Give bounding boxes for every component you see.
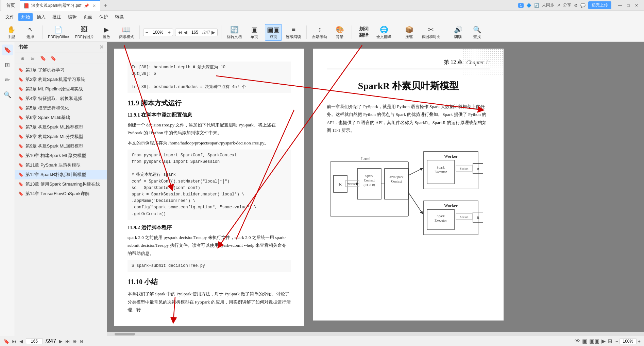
tab-add-button[interactable]: + <box>100 1 110 10</box>
tab-pin-icon[interactable]: 📌 <box>83 3 90 8</box>
close-button[interactable]: ✕ <box>633 2 640 9</box>
svg-line-16 <box>408 192 422 213</box>
menu-insert[interactable]: 插入 <box>34 13 48 21</box>
play-button[interactable]: ▶ 播放 <box>98 24 115 40</box>
bookmark-item-ch12[interactable]: 🔖 第12章 SparkR朴素贝叶斯模型 <box>15 170 107 179</box>
status-last-page-button[interactable]: ⏭ <box>65 339 70 344</box>
bookmark-item-ch9[interactable]: 🔖 第9章 构建Spark ML回归模型 <box>15 141 107 151</box>
hand-icon: ✋ <box>6 25 16 34</box>
auto-scroll-button[interactable]: ↕ 自动滚动 <box>310 24 329 40</box>
bookmark-icon-ch9: 🔖 <box>18 144 23 149</box>
pdf-to-office-button[interactable]: 📄 PDF转Office <box>46 24 71 40</box>
find-button[interactable]: 🔍 查找 <box>469 24 486 40</box>
bookmark-collapse-button[interactable]: ⊟ <box>29 54 37 62</box>
word-translate-button[interactable]: 划词翻译 <box>355 27 372 37</box>
status-add-page-button[interactable]: ⊕ <box>73 339 77 344</box>
menu-convert[interactable]: 转换 <box>112 13 126 21</box>
search-panel-icon[interactable]: 🔍 <box>2 89 13 100</box>
page-first-button[interactable]: ⏮ <box>177 30 182 35</box>
status-play-icon[interactable]: ▶ <box>601 338 606 344</box>
continuous-read-button[interactable]: ≡ 连续阅读 <box>284 24 303 40</box>
bookmark-label-ch4: 第4章 特征提取、转换和选择 <box>26 96 82 102</box>
status-zoom-in-button[interactable]: + <box>638 339 641 344</box>
menu-file[interactable]: 文件 <box>3 13 17 21</box>
screenshot-button[interactable]: ✂ 截图和对比 <box>420 24 442 40</box>
bookmark-panel-icon[interactable]: 🔖 <box>2 45 13 55</box>
page-thumb-icon[interactable]: ⊞ <box>2 59 13 70</box>
message-icon[interactable]: 💬 <box>580 3 586 8</box>
menu-page[interactable]: 页面 <box>81 13 95 21</box>
settings-icon[interactable]: ⚙ <box>574 3 578 8</box>
bookmark-item-ch14[interactable]: 🔖 第14章 TensorFlowOnSpark详解 <box>15 189 107 198</box>
page-number-input[interactable] <box>189 30 201 35</box>
annotation-icon[interactable]: ✏ <box>2 74 13 85</box>
read-aloud-button[interactable]: 🔊 朗读 <box>450 24 467 40</box>
bookmark-expand-button[interactable]: ⊞ <box>18 54 27 62</box>
background-button[interactable]: 🎨 背景 <box>331 24 348 40</box>
status-fit-icon[interactable]: ⊞ <box>608 338 612 344</box>
bookmark-item-ch3[interactable]: 🔖 第3章 ML Pipeline原理与实战 <box>15 84 107 94</box>
status-eye-icon[interactable]: 👁 <box>575 338 580 344</box>
select-tool-button[interactable]: ↖ 选择 <box>22 24 39 40</box>
bookmark-item-ch7[interactable]: 🔖 第7章 构建Spark ML推荐模型 <box>15 122 107 132</box>
bookmark-item-ch11[interactable]: 🔖 第11章 PySpark 决策树模型 <box>15 160 107 170</box>
tab-home[interactable]: 首页 <box>1 0 20 11</box>
upload-button[interactable]: 稻壳上传 <box>588 1 611 9</box>
reading-mode-button[interactable]: 📖 阅读模式 <box>117 24 136 40</box>
status-zoom-out-button[interactable]: − <box>615 339 618 344</box>
page-prev-button[interactable]: ◀ <box>184 30 187 35</box>
bookmark-close-button[interactable]: ✕ <box>99 44 104 50</box>
zoom-out-button[interactable]: − <box>145 30 149 35</box>
maximize-button[interactable]: □ <box>625 2 632 9</box>
status-first-page-button[interactable]: ⏮ <box>12 339 17 344</box>
bookmark-item-ch4[interactable]: 🔖 第4章 特征提取、转换和选择 <box>15 94 107 103</box>
menu-comment[interactable]: 批注 <box>50 13 64 21</box>
status-double-page-icon[interactable]: ▣▣ <box>589 338 599 344</box>
tab-pdf[interactable]: 📕 深度实践Spark机器学习.pdf 📌 ✕ <box>20 0 100 11</box>
bookmark-delete-button[interactable]: 🔖 <box>49 54 57 62</box>
tab-close-icon[interactable]: ✕ <box>92 3 97 8</box>
full-translate-button[interactable]: 🌐 全文翻译 <box>374 24 393 40</box>
status-single-page-icon[interactable]: ▣ <box>582 338 587 344</box>
menu-protect[interactable]: 保护 <box>97 13 111 21</box>
bookmark-item-ch5[interactable]: 🔖 第5章 模型选择和优化 <box>15 103 107 113</box>
menu-start[interactable]: 开始 <box>18 13 33 21</box>
share-label[interactable]: 分享 <box>563 2 571 8</box>
subsection-11-9-2-title: 11.9.2 运行脚本程序 <box>128 224 291 231</box>
hand-tool-button[interactable]: ✋ 手型 <box>3 24 20 40</box>
status-zoom-input[interactable] <box>620 338 637 344</box>
bookmark-item-ch8[interactable]: 🔖 第8章 构建Spark ML分类模型 <box>15 132 107 141</box>
double-page-button[interactable]: ▣▣ 双页 <box>265 24 282 41</box>
double-page-label: 双页 <box>270 34 277 39</box>
single-page-button[interactable]: ▣ 单页 <box>246 24 263 40</box>
status-page-input[interactable] <box>26 338 43 344</box>
bookmark-add-button[interactable]: 🔖 <box>39 54 47 62</box>
menu-edit[interactable]: 编辑 <box>65 13 80 21</box>
bookmark-item-ch6[interactable]: 🔖 第6章 Spark MLlib基础 <box>15 113 107 122</box>
toolbar-tools-row: ✋ 手型 ↖ 选择 📄 PDF转Office 🖼 PDF转图片 ▶ 播放 📖 阅… <box>0 23 644 41</box>
page-next-button[interactable]: ▶ <box>211 30 215 35</box>
bookmark-item-ch2[interactable]: 🔖 第2章 构建Spark机器学习系统 <box>15 75 107 84</box>
horizontal-scrollbar[interactable] <box>107 332 644 336</box>
zoom-in-button[interactable]: + <box>167 30 171 35</box>
pdf-to-image-button[interactable]: 🖼 PDF转图片 <box>73 24 96 40</box>
zoom-input[interactable] <box>150 30 167 35</box>
status-extract-page-button[interactable]: ⊖ <box>80 339 84 344</box>
tab-pdf-label: 深度实践Spark机器学习.pdf <box>31 3 81 8</box>
status-next-page-button[interactable]: ▶ <box>59 339 63 344</box>
rotate-button[interactable]: 🔄 旋转文档 <box>225 24 244 40</box>
status-page-separator: /247 <box>46 338 56 344</box>
pdf-page-right: 第 12 章 Chapter 1: SparkR 朴素贝叶斯模型 前一章我们介绍… <box>313 49 504 321</box>
bookmark-item-ch10[interactable]: 🔖 第10章 构建Spark ML聚类模型 <box>15 151 107 160</box>
minimize-button[interactable]: — <box>617 2 624 9</box>
code-line-2: Out[38]: 6 <box>132 71 287 77</box>
sync-label[interactable]: 未同步 <box>542 2 554 8</box>
scrollbar-thumb[interactable] <box>115 333 135 335</box>
status-prev-page-button[interactable]: ◀ <box>19 339 23 344</box>
code2-l9: .config("spark.some.config.option", "som… <box>132 204 287 211</box>
bookmark-item-ch1[interactable]: 🔖 第1章 了解机器学习 <box>15 65 107 75</box>
bookmark-item-ch13[interactable]: 🔖 第13章 使用Spark Streaming构建在线 <box>15 179 107 189</box>
status-bookmark-icon[interactable]: 🔖 <box>3 339 9 344</box>
chapter-main-title: SparkR 朴素贝叶斯模型 <box>327 80 490 92</box>
compress-button[interactable]: 📦 压缩 <box>401 24 418 40</box>
